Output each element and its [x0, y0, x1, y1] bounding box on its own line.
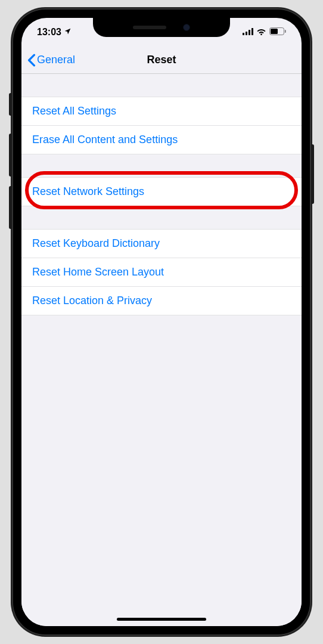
phone-frame: 13:03 — [12, 8, 311, 636]
wifi-icon — [256, 27, 266, 38]
section-network-reset: Reset Network Settings — [21, 177, 302, 206]
row-label: Reset Home Screen Layout — [32, 266, 164, 278]
screen: 13:03 — [21, 18, 302, 626]
silent-switch — [9, 93, 12, 116]
page-title: Reset — [147, 54, 176, 66]
reset-network-settings-row[interactable]: Reset Network Settings — [21, 177, 302, 206]
back-label: General — [37, 54, 75, 66]
row-label: Reset Network Settings — [32, 185, 144, 197]
row-label: Reset Location & Privacy — [32, 295, 152, 306]
svg-rect-0 — [243, 33, 244, 35]
home-indicator[interactable] — [117, 618, 206, 621]
erase-all-content-row[interactable]: Erase All Content and Settings — [21, 126, 302, 154]
reset-all-settings-row[interactable]: Reset All Settings — [21, 97, 302, 126]
section-other-reset: Reset Keyboard Dictionary Reset Home Scr… — [21, 229, 302, 315]
volume-down-button — [9, 186, 12, 229]
battery-icon — [269, 27, 286, 38]
content-area: Reset All Settings Erase All Content and… — [21, 74, 302, 626]
speaker-grille — [133, 26, 166, 29]
volume-up-button — [9, 134, 12, 177]
svg-rect-1 — [246, 32, 247, 35]
nav-bar: General Reset — [21, 47, 302, 74]
reset-location-privacy-row[interactable]: Reset Location & Privacy — [21, 287, 302, 315]
chevron-left-icon — [27, 54, 36, 67]
svg-rect-6 — [285, 30, 286, 33]
back-button[interactable]: General — [27, 54, 75, 67]
row-label: Reset Keyboard Dictionary — [32, 237, 160, 249]
svg-rect-3 — [251, 28, 253, 35]
reset-home-screen-row[interactable]: Reset Home Screen Layout — [21, 258, 302, 287]
front-camera — [183, 24, 190, 31]
row-label: Erase All Content and Settings — [32, 134, 178, 145]
status-right — [243, 27, 286, 38]
status-left: 13:03 — [37, 27, 72, 38]
status-time: 13:03 — [37, 27, 61, 38]
reset-keyboard-dictionary-row[interactable]: Reset Keyboard Dictionary — [21, 229, 302, 258]
location-services-icon — [64, 27, 72, 37]
row-label: Reset All Settings — [32, 105, 116, 117]
svg-rect-2 — [249, 30, 250, 35]
svg-rect-5 — [271, 29, 278, 34]
notch — [93, 18, 230, 37]
power-button — [311, 144, 314, 204]
section-general-reset: Reset All Settings Erase All Content and… — [21, 97, 302, 154]
cellular-signal-icon — [243, 27, 253, 38]
